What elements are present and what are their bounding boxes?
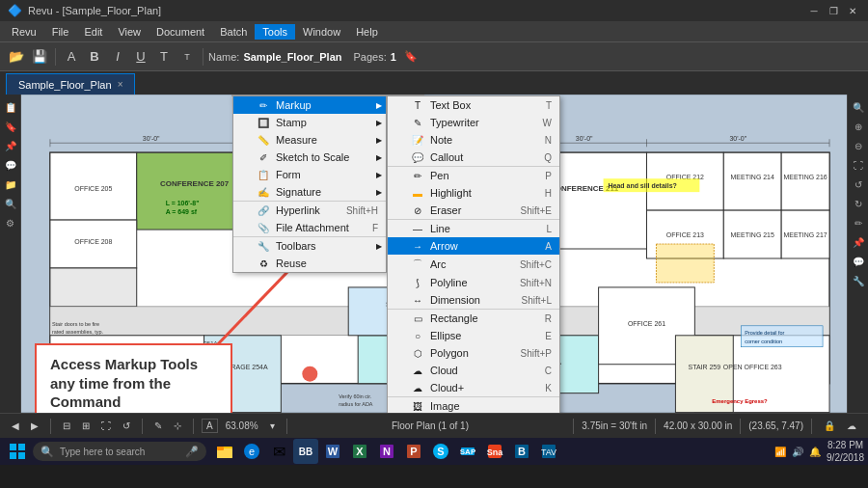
taskbar-app-bb3[interactable]: TAV — [536, 439, 561, 464]
lock-btn[interactable]: 🔒 — [820, 419, 839, 433]
sidebar-btn-1[interactable]: 📋 — [2, 98, 19, 116]
markup-dimension[interactable]: ↔ Dimension Shift+L — [388, 291, 559, 309]
menu-window[interactable]: Window — [295, 24, 348, 40]
sidebar-btn-6[interactable]: 🔍 — [2, 195, 19, 212]
dimension-shortcut: Shift+L — [522, 295, 552, 306]
markup-btn[interactable]: ✎ — [150, 419, 166, 433]
zoom-dropdown-btn[interactable]: ▾ — [266, 419, 279, 433]
document-tab[interactable]: Sample_Floor_Plan × — [6, 73, 135, 95]
right-btn-9[interactable]: 💬 — [850, 253, 867, 270]
right-btn-8[interactable]: 📌 — [850, 233, 867, 251]
menu-markup[interactable]: ✏ Markup — [233, 96, 386, 114]
open-button[interactable]: 📂 — [6, 46, 27, 68]
right-btn-2[interactable]: ⊕ — [850, 118, 867, 135]
italic-btn[interactable]: I — [107, 46, 128, 68]
save-button[interactable]: 💾 — [29, 46, 50, 68]
menu-stamp[interactable]: 🔲 Stamp — [233, 114, 386, 131]
start-button[interactable] — [4, 440, 31, 463]
taskbar-app-excel[interactable]: X — [347, 439, 372, 464]
markup-typewriter[interactable]: ✎ Typewriter W — [388, 114, 559, 131]
taskbar-app-skype[interactable]: S — [428, 439, 453, 464]
sidebar-btn-4[interactable]: 💬 — [2, 156, 19, 174]
system-clock[interactable]: 8:28 PM 9/2/2018 — [827, 439, 864, 464]
taskbar-app-mail[interactable]: ✉ — [266, 439, 291, 464]
markup-cloud[interactable]: ☁ Cloud C — [388, 362, 559, 379]
underline-btn[interactable]: U — [130, 46, 151, 68]
page-indicator[interactable]: A — [202, 419, 218, 433]
next-page-btn[interactable]: ▶ — [27, 419, 42, 433]
right-btn-7[interactable]: ✏ — [850, 214, 867, 231]
text-size-btn2[interactable]: T — [176, 46, 198, 68]
markup-pen[interactable]: ✏ Pen P — [388, 167, 559, 184]
cursor-btn[interactable]: ⊹ — [170, 419, 185, 433]
taskbar-app-word[interactable]: W — [320, 439, 345, 464]
canvas-area[interactable]: 30'-0" 30'-0" 30'-0" 30'-0" 30'-0" OFFIC… — [21, 95, 847, 413]
right-btn-6[interactable]: ↻ — [850, 195, 867, 212]
right-btn-5[interactable]: ↺ — [850, 176, 867, 193]
menu-sketch[interactable]: ✐ Sketch to Scale — [233, 149, 386, 166]
sidebar-btn-5[interactable]: 📁 — [2, 176, 19, 193]
bold-btn[interactable]: B — [84, 46, 105, 68]
taskbar-app-explorer[interactable] — [212, 439, 237, 464]
markup-callout[interactable]: 💬 Callout Q — [388, 149, 559, 166]
markup-image[interactable]: 🖼 Image — [388, 397, 559, 413]
prev-page-btn[interactable]: ◀ — [8, 419, 23, 433]
right-btn-10[interactable]: 🔧 — [850, 272, 867, 289]
markup-arc[interactable]: ⌒ Arc Shift+C — [388, 255, 559, 274]
menu-file[interactable]: File — [44, 24, 77, 40]
taskbar-search-box[interactable]: 🔍 Type here to search 🎤 — [33, 442, 206, 461]
markup-ellipse[interactable]: ○ Ellipse E — [388, 327, 559, 344]
menu-help[interactable]: Help — [348, 24, 386, 40]
restore-button[interactable]: ❐ — [826, 3, 841, 18]
markup-polygon[interactable]: ⬡ Polygon Shift+P — [388, 344, 559, 362]
status-div-1 — [50, 419, 51, 434]
menu-document[interactable]: Document — [149, 24, 212, 40]
menu-file-attachment[interactable]: 📎 File Attachment F — [233, 219, 386, 236]
sidebar-btn-7[interactable]: ⚙ — [2, 214, 19, 231]
taskbar-app-edge[interactable]: e — [239, 439, 264, 464]
rotate-btn[interactable]: ↺ — [119, 419, 134, 433]
minimize-button[interactable]: ─ — [806, 3, 822, 18]
fit-btn[interactable]: ⛶ — [97, 419, 115, 433]
markup-arrow[interactable]: → Arrow A — [388, 237, 559, 255]
markup-textbox[interactable]: T Text Box T — [388, 96, 559, 114]
markup-note[interactable]: 📝 Note N — [388, 131, 559, 149]
sidebar-btn-3[interactable]: 📌 — [2, 137, 19, 154]
markup-highlight[interactable]: ▬ Highlight H — [388, 184, 559, 202]
zoom-in-btn[interactable]: ⊞ — [78, 419, 94, 433]
text-size-btn[interactable]: T — [153, 46, 175, 68]
sidebar-btn-2[interactable]: 🔖 — [2, 118, 19, 135]
right-btn-4[interactable]: ⛶ — [850, 156, 867, 174]
menu-reuse[interactable]: ♻ Reuse — [233, 255, 386, 272]
menu-form[interactable]: 📋 Form — [233, 166, 386, 183]
menu-measure[interactable]: 📏 Measure — [233, 131, 386, 149]
markup-eraser[interactable]: ⊘ Eraser Shift+E — [388, 202, 559, 219]
taskbar-app-onenote[interactable]: N — [374, 439, 399, 464]
menu-batch[interactable]: Batch — [212, 24, 255, 40]
markup-rectangle[interactable]: ▭ Rectangle R — [388, 310, 559, 327]
menu-hyperlink[interactable]: 🔗 Hyperlink Shift+H — [233, 202, 386, 219]
taskbar-app-snagit[interactable]: Sna — [482, 439, 507, 464]
notification-icon[interactable]: 🔔 — [809, 447, 821, 457]
menu-revu[interactable]: Revu — [4, 24, 44, 40]
taskbar-app-bluebeam[interactable]: BB — [293, 439, 318, 464]
tab-close-button[interactable]: × — [118, 79, 123, 90]
menu-view[interactable]: View — [110, 24, 149, 40]
taskbar-app-powerpoint[interactable]: P — [401, 439, 426, 464]
markup-line[interactable]: — Line L — [388, 220, 559, 237]
text-btn[interactable]: A — [61, 46, 82, 68]
taskbar-app-bb2[interactable]: B — [509, 439, 534, 464]
bookmark-icon[interactable]: 🔖 — [404, 50, 418, 63]
right-btn-1[interactable]: 🔍 — [850, 98, 867, 116]
menu-toolbars[interactable]: 🔧 Toolbars — [233, 237, 386, 255]
close-button[interactable]: ✕ — [845, 3, 860, 18]
cloud-sync-btn[interactable]: ☁ — [843, 419, 860, 433]
menu-tools[interactable]: Tools — [255, 24, 295, 40]
menu-signature[interactable]: ✍ Signature — [233, 183, 386, 201]
right-btn-3[interactable]: ⊖ — [850, 137, 867, 154]
markup-polyline[interactable]: ⟆ Polyline Shift+N — [388, 274, 559, 291]
taskbar-app-sap[interactable]: SAP — [455, 439, 480, 464]
zoom-out-btn[interactable]: ⊟ — [59, 419, 74, 433]
markup-cloud-plus[interactable]: ☁ Cloud+ K — [388, 379, 559, 396]
menu-edit[interactable]: Edit — [76, 24, 110, 40]
